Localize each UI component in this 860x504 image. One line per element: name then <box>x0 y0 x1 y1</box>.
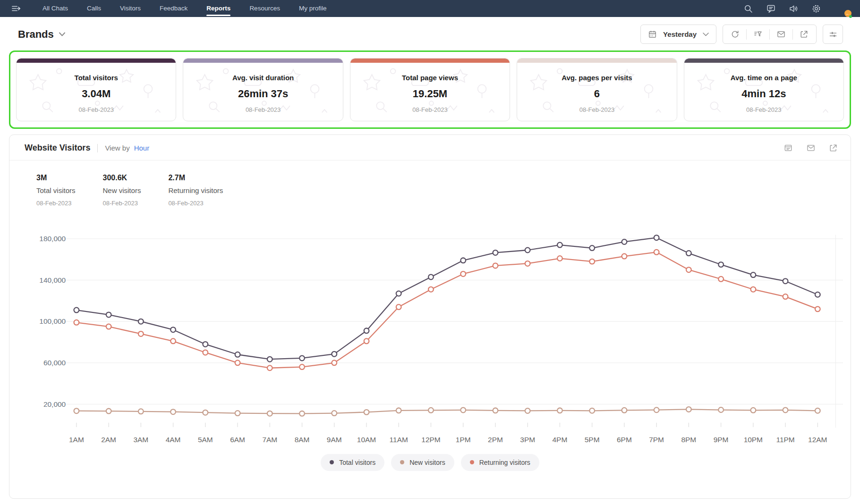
nav-item-reports[interactable]: Reports <box>206 0 230 17</box>
panel-title: Website Visitors <box>25 143 90 153</box>
svg-text:5AM: 5AM <box>198 436 213 444</box>
svg-text:10AM: 10AM <box>357 436 376 444</box>
svg-text:12PM: 12PM <box>421 436 440 444</box>
nav-item-feedback[interactable]: Feedback <box>160 0 187 17</box>
panel-header: Website Visitors View by Hour <box>9 135 851 160</box>
nav-item-resources[interactable]: Resources <box>249 0 280 17</box>
card-accent-bar <box>684 59 843 63</box>
card-accent-bar <box>183 59 342 63</box>
export-icon[interactable] <box>829 143 838 152</box>
card-title: Avg. visit duration <box>183 74 342 82</box>
visitors-line-chart[interactable]: 180,000140,000100,00060,00020,0001AM2AM3… <box>16 210 844 453</box>
svg-text:2PM: 2PM <box>488 436 503 444</box>
user-avatar[interactable]: ← <box>836 2 849 15</box>
date-range-selector[interactable]: Yesterday <box>640 25 716 44</box>
card-value: 26min 37s <box>183 88 342 100</box>
stat-value: 3M <box>36 174 76 182</box>
nav-item-visitors[interactable]: Visitors <box>120 0 141 17</box>
summary-card[interactable]: Avg. time on a page 4min 12s 08-Feb-2023 <box>684 58 844 121</box>
legend-label: Total visitors <box>339 459 375 466</box>
date-range-value: Yesterday <box>663 30 697 38</box>
refresh-icon[interactable] <box>724 29 747 40</box>
export-icon[interactable] <box>793 29 815 40</box>
svg-text:10PM: 10PM <box>744 436 763 444</box>
svg-text:20,000: 20,000 <box>43 400 66 408</box>
chart-container: 180,000140,000100,00060,00020,0001AM2AM3… <box>9 207 851 453</box>
svg-text:180,000: 180,000 <box>39 235 66 243</box>
svg-text:5PM: 5PM <box>585 436 600 444</box>
summary-card[interactable]: Total page views 19.25M 08-Feb-2023 <box>350 58 510 121</box>
card-date: 08-Feb-2023 <box>517 106 676 113</box>
card-value: 4min 12s <box>684 88 843 100</box>
mail-icon[interactable] <box>806 143 816 152</box>
page-header: Brands Yesterday <box>0 17 860 50</box>
filter-list-icon[interactable] <box>747 29 770 40</box>
view-by-selector[interactable]: Hour <box>134 144 150 152</box>
search-icon[interactable] <box>743 4 753 14</box>
menu-expand-icon[interactable] <box>10 3 22 14</box>
card-date: 08-Feb-2023 <box>17 106 176 113</box>
customize-sliders-button[interactable] <box>823 25 843 44</box>
legend-color-dot <box>330 460 334 464</box>
svg-text:7AM: 7AM <box>262 436 277 444</box>
visitor-stat: 2.7M Returning visitors 08-Feb-2023 <box>168 174 223 207</box>
page-title: Brands <box>18 28 54 41</box>
summary-card[interactable]: Avg. pages per visits 6 08-Feb-2023 <box>517 58 677 121</box>
website-visitors-panel: Website Visitors View by Hour <box>9 134 851 499</box>
svg-text:9PM: 9PM <box>714 436 729 444</box>
brands-dropdown[interactable]: Brands <box>18 28 65 41</box>
stat-date: 08-Feb-2023 <box>103 200 141 207</box>
sound-icon[interactable] <box>789 4 799 14</box>
svg-text:100,000: 100,000 <box>39 317 66 325</box>
visitor-stat: 3M Total visitors 08-Feb-2023 <box>36 174 76 207</box>
report-table-icon[interactable] <box>783 143 793 152</box>
card-title: Avg. time on a page <box>684 74 843 82</box>
legend-color-dot <box>470 460 474 464</box>
visitor-stat: 300.6K New visitors 08-Feb-2023 <box>103 174 141 207</box>
stat-value: 300.6K <box>103 174 141 182</box>
mail-icon[interactable] <box>770 29 793 40</box>
legend-item[interactable]: New visitors <box>391 454 454 471</box>
legend-label: New visitors <box>409 459 445 466</box>
nav-item-all-chats[interactable]: All Chats <box>43 0 68 17</box>
svg-text:4AM: 4AM <box>166 436 181 444</box>
view-by-label: View by <box>105 144 129 152</box>
settings-gear-icon[interactable] <box>811 4 821 14</box>
svg-text:1AM: 1AM <box>69 436 84 444</box>
card-date: 08-Feb-2023 <box>684 106 843 113</box>
card-date: 08-Feb-2023 <box>350 106 510 113</box>
svg-text:11AM: 11AM <box>390 436 408 444</box>
divider <box>97 144 98 152</box>
sliders-icon <box>828 30 838 39</box>
svg-text:2AM: 2AM <box>101 436 116 444</box>
legend-item[interactable]: Returning visitors <box>461 454 539 471</box>
stat-label: New visitors <box>103 186 141 194</box>
chat-icon[interactable] <box>766 4 776 14</box>
svg-text:12AM: 12AM <box>808 436 827 444</box>
summary-card[interactable]: Total visitors 3.04M 08-Feb-2023 <box>16 58 176 121</box>
svg-text:8PM: 8PM <box>681 436 696 444</box>
svg-text:3PM: 3PM <box>520 436 535 444</box>
card-title: Total visitors <box>17 74 176 82</box>
top-navigation: All ChatsCallsVisitorsFeedbackReportsRes… <box>0 0 860 17</box>
svg-text:7PM: 7PM <box>649 436 664 444</box>
nav-right-icons: ← <box>743 2 849 15</box>
svg-text:1PM: 1PM <box>456 436 471 444</box>
svg-text:60,000: 60,000 <box>43 359 66 367</box>
nav-item-my-profile[interactable]: My profile <box>299 0 327 17</box>
card-accent-bar <box>17 59 176 63</box>
svg-text:8AM: 8AM <box>295 436 310 444</box>
svg-text:6PM: 6PM <box>617 436 632 444</box>
visitor-stats-row: 3M Total visitors 08-Feb-2023 300.6K New… <box>9 160 851 207</box>
legend-item[interactable]: Total visitors <box>321 454 384 471</box>
summary-card[interactable]: Avg. visit duration 26min 37s 08-Feb-202… <box>183 58 343 121</box>
summary-cards-region: Total visitors 3.04M 08-Feb-2023 Avg. vi… <box>9 50 851 129</box>
stat-label: Returning visitors <box>168 186 223 194</box>
legend-color-dot <box>400 460 404 464</box>
card-date: 08-Feb-2023 <box>183 106 342 113</box>
svg-text:6AM: 6AM <box>230 436 245 444</box>
card-value: 3.04M <box>17 88 176 100</box>
nav-items: All ChatsCallsVisitorsFeedbackReportsRes… <box>43 0 345 17</box>
stat-label: Total visitors <box>36 186 76 194</box>
nav-item-calls[interactable]: Calls <box>87 0 101 17</box>
